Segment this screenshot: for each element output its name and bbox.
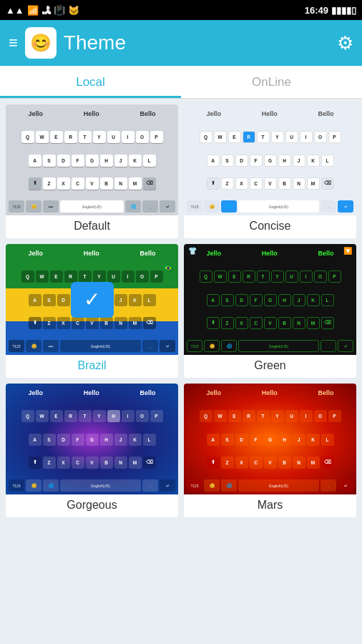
tab-local-label: Local xyxy=(76,75,105,89)
keyboard-preview-brazil: JelloHelloBello QWERTYUIOP ASDFGHJKL ⬆ZX… xyxy=(6,244,178,355)
status-right-icons: 16:49 ▮▮▮▮▯ xyxy=(305,5,356,16)
status-bar: ▲▲ 📶 🏞 📳 🐱 16:49 ▮▮▮▮▯ xyxy=(0,0,362,20)
tab-local[interactable]: Local xyxy=(0,66,181,98)
bluetooth-icon: 📳 xyxy=(54,5,65,16)
tab-bar: Local OnLine xyxy=(0,66,362,99)
suggestions-bar-concise: JelloHelloBello xyxy=(186,107,354,120)
theme-grid: JelloHelloBello QWERTYUIOP ASDFGHJKL ⬆ZX… xyxy=(0,99,362,523)
wifi-icon: 📶 xyxy=(27,5,39,16)
selected-checkmark: ✓ xyxy=(71,282,114,318)
menu-icon[interactable]: ≡ xyxy=(9,34,18,52)
theme-card-concise[interactable]: JelloHelloBello QWERTYUIOP ASDFGHJKL ⬆ZX… xyxy=(184,104,356,238)
face-icon: 🐱 xyxy=(68,5,79,16)
time-display: 16:49 xyxy=(305,5,328,16)
tab-online-label: OnLine xyxy=(252,75,291,89)
theme-label-mars: Mars xyxy=(184,494,356,517)
theme-card-brazil[interactable]: JelloHelloBello QWERTYUIOP ASDFGHJKL ⬆ZX… xyxy=(6,244,178,378)
settings-icon[interactable]: ⚙ xyxy=(337,32,353,54)
theme-card-default[interactable]: JelloHelloBello QWERTYUIOP ASDFGHJKL ⬆ZX… xyxy=(6,104,178,238)
theme-label-gorgeous: Gorgeous xyxy=(6,494,178,517)
signal-icon: ▲▲ xyxy=(6,5,24,16)
theme-card-green[interactable]: JelloHelloBello QWERTYUIOP ASDFGHJKL ⬆ZX… xyxy=(184,244,356,378)
page-title: Theme xyxy=(64,31,126,54)
tab-online[interactable]: OnLine xyxy=(181,66,362,98)
brazil-flag-icon: 🇧🇷 xyxy=(164,264,175,273)
key-q: Q xyxy=(21,131,34,143)
keyboard-preview-mars: JelloHelloBello QWERTYUIOP ASDFGHJKL ⬆ZX… xyxy=(184,384,356,494)
app-header: ≡ 😊 Theme ⚙ xyxy=(0,20,362,66)
keyboard-preview-gorgeous: JelloHelloBello QWERTYHIOP ASDFGHJKL ⬆ZX… xyxy=(6,384,178,494)
theme-label-concise: Concise xyxy=(184,215,356,238)
suggestions-bar: JelloHelloBello xyxy=(8,107,176,120)
battery-icon: ▮▮▮▮▯ xyxy=(331,5,356,16)
header-left: ≡ 😊 Theme xyxy=(9,27,126,59)
theme-label-default: Default xyxy=(6,215,178,238)
keyboard-preview-green: JelloHelloBello QWERTYUIOP ASDFGHJKL ⬆ZX… xyxy=(184,244,356,355)
app-icon: 😊 xyxy=(25,27,57,59)
theme-label-green: Green xyxy=(184,355,356,378)
theme-card-mars[interactable]: JelloHelloBello QWERTYUIOP ASDFGHJKL ⬆ZX… xyxy=(184,384,356,517)
theme-card-gorgeous[interactable]: JelloHelloBello QWERTYHIOP ASDFGHJKL ⬆ZX… xyxy=(6,384,178,517)
gallery-icon: 🏞 xyxy=(41,5,51,16)
theme-label-brazil: Brazil xyxy=(6,355,178,378)
keyboard-preview-concise: JelloHelloBello QWERTYUIOP ASDFGHJKL ⬆ZX… xyxy=(184,104,356,215)
keyboard-preview-default: JelloHelloBello QWERTYUIOP ASDFGHJKL ⬆ZX… xyxy=(6,104,178,215)
status-left-icons: ▲▲ 📶 🏞 📳 🐱 xyxy=(6,5,79,16)
